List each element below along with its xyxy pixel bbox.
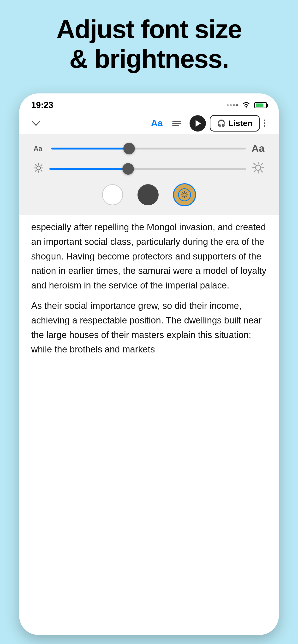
status-time: 19:23 [31,100,53,110]
chevron-down-button[interactable] [29,116,43,130]
list-line-1 [172,121,181,122]
svg-line-15 [254,164,255,165]
list-line-2 [172,123,181,124]
brightness-thumb[interactable] [122,163,134,175]
reading-content: especially after repelling the Mongol in… [19,215,279,367]
svg-line-26 [186,196,187,198]
dot4 [236,104,238,106]
svg-point-10 [255,165,261,170]
listen-label: Listen [228,118,252,128]
brightness-slider[interactable] [49,168,246,170]
svg-line-18 [254,170,255,172]
svg-line-6 [35,164,37,166]
sun-small-icon [34,163,44,175]
reading-area: especially after repelling the Mongol in… [19,215,279,367]
more-dot-3 [264,125,265,127]
font-size-row: Aa Aa [34,143,264,154]
dot1 [227,104,229,106]
theme-light-button[interactable] [102,184,123,205]
svg-point-1 [37,166,41,170]
font-size-slider[interactable] [51,148,246,150]
theme-sepia-button[interactable] [173,183,196,206]
page-background: Adjust font size& brightness. 19:23 [0,0,298,644]
play-triangle-icon [196,120,201,127]
svg-line-7 [41,170,42,172]
signal-dots [227,104,238,106]
svg-line-28 [182,196,183,198]
sun-large-icon [252,162,264,176]
paragraph-partial-top: especially after repelling the Mongol in… [31,220,267,293]
theme-dark-button[interactable] [137,184,159,205]
wifi-icon [242,101,250,110]
svg-point-0 [245,106,247,108]
more-dot-1 [264,120,265,121]
more-button[interactable] [260,120,269,127]
page-title: Adjust font size& brightness. [0,0,298,84]
font-small-label: Aa [34,145,46,152]
brightness-fill [49,168,128,170]
theme-options-row [34,183,264,206]
svg-line-27 [186,192,187,193]
sepia-inner-ring [178,188,191,201]
table-of-contents-button[interactable] [168,121,186,126]
svg-line-16 [261,170,262,172]
paragraph-second: As their social importance grew, so did … [31,298,267,357]
dot3 [233,104,235,106]
svg-line-9 [35,170,37,172]
svg-point-20 [183,193,186,196]
svg-line-17 [261,164,262,165]
svg-line-25 [182,192,183,193]
settings-panel: Aa Aa [19,134,279,215]
status-icons [227,101,267,110]
more-dot-2 [264,122,265,124]
font-size-button[interactable]: Aa [146,118,168,128]
listen-button[interactable]: 🎧 Listen [210,115,260,132]
font-size-fill [51,148,129,150]
dot2 [230,104,232,106]
brightness-row [34,162,264,176]
font-large-label: Aa [251,143,264,154]
headphone-icon: 🎧 [217,119,226,127]
battery-icon [254,102,267,108]
toolbar: Aa 🎧 Listen [19,112,279,134]
svg-line-8 [41,164,42,166]
status-bar: 19:23 [19,94,279,112]
play-button[interactable] [190,115,206,132]
phone-frame: 19:23 [19,94,279,635]
font-size-thumb[interactable] [123,143,135,154]
list-line-3 [172,125,179,126]
